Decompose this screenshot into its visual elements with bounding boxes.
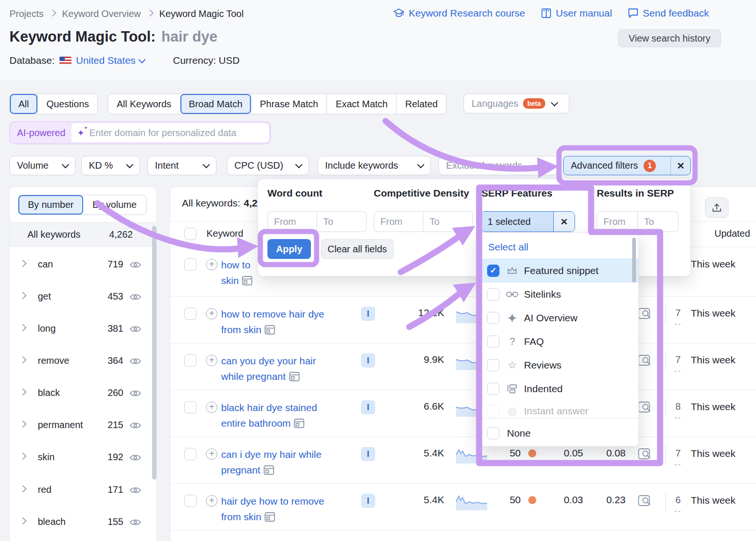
group-row-get[interactable]: get453 [10,280,153,312]
keyword-link[interactable]: can i dye my hair whilepregnant [221,447,321,479]
table-row[interactable]: + how to remove hair dyefrom skin I 12.1… [170,297,756,343]
group-row-remove[interactable]: remove364 [10,344,153,377]
sidebar-scrollbar[interactable] [152,226,156,480]
eye-icon[interactable] [129,453,141,461]
results-count[interactable]: 7 [670,354,686,365]
group-row-permanent[interactable]: permanent215 [10,409,153,441]
apply-button[interactable]: Apply [267,239,311,259]
keyword-link[interactable]: hair dye how to removefrom skin [221,493,324,526]
group-row-long[interactable]: long381 [10,312,153,344]
row-checkbox[interactable] [184,448,197,460]
tab-all[interactable]: All [10,94,37,114]
word-count-to-input[interactable] [317,211,367,232]
view-search-history-button[interactable]: View search history [618,29,721,47]
domain-input[interactable] [88,127,263,139]
checkbox[interactable] [487,288,499,301]
keyword-research-course-link[interactable]: Keyword Research course [393,8,525,19]
checkbox[interactable] [487,335,499,348]
include-keywords-filter[interactable]: Include keywords [318,156,431,175]
languages-dropdown[interactable]: Languages beta [464,94,569,113]
eye-icon[interactable] [129,389,141,397]
add-keyword-icon[interactable]: + [206,355,217,366]
row-checkbox[interactable] [184,258,197,271]
column-header-keyword[interactable]: Keyword [206,228,243,239]
advanced-filters-button[interactable]: Advanced filters 1 ✕ [563,156,691,175]
database-value-dropdown[interactable]: United States [76,55,145,66]
group-row-red[interactable]: red171 [10,473,153,506]
table-row[interactable]: + hair dye how to removefrom skin I 5.4K… [170,484,756,531]
tab-broad-match[interactable]: Broad Match [180,94,251,114]
exclude-keywords-filter[interactable]: Exclude keywords [438,156,558,175]
close-icon[interactable]: ✕ [670,156,690,175]
option-indented[interactable]: Indented [479,377,638,401]
column-header-updated[interactable]: Updated [714,228,750,239]
table-row[interactable]: + can i dye my hair whilepregnant I 5.4K… [170,437,756,484]
group-row-can[interactable]: can719 [10,248,153,280]
group-row-black[interactable]: black260 [10,377,153,409]
breadcrumb-keyword-overview[interactable]: Keyword Overview [62,9,141,19]
tab-exact-match[interactable]: Exact Match [326,94,396,114]
keyword-link[interactable]: how to remove hair dyefrom skin [221,306,324,339]
results-from-input[interactable] [597,211,638,232]
table-row[interactable]: + black hair dye stainedentire bathroom … [170,390,756,437]
add-keyword-icon[interactable]: + [206,259,217,270]
select-all-checkbox[interactable] [184,228,197,240]
all-keywords-group-row[interactable]: All keywords 4,262 [10,222,155,247]
eye-icon[interactable] [129,325,141,333]
checkbox[interactable] [487,312,499,324]
option-ai-overview[interactable]: AI Overview [479,306,638,330]
results-count[interactable]: 6 [670,495,686,506]
serp-preview-icon[interactable] [638,494,652,509]
option-reviews[interactable]: ☆ Reviews [479,353,638,377]
add-keyword-icon[interactable]: + [206,402,217,413]
select-all-link[interactable]: Select all [488,237,528,258]
sort-by-volume-button[interactable]: By volume [83,195,146,215]
group-row-bleach[interactable]: bleach155 [10,506,153,538]
results-count[interactable]: 7 [670,448,686,459]
cpc-filter[interactable]: CPC (USD) [227,156,309,175]
row-checkbox[interactable] [184,354,197,367]
eye-icon[interactable] [129,518,141,526]
serp-preview-icon[interactable] [638,401,652,416]
checkbox[interactable] [487,359,499,371]
tab-phrase-match[interactable]: Phrase Match [251,94,326,114]
word-count-from-input[interactable] [267,211,317,232]
add-keyword-icon[interactable]: + [206,448,217,460]
add-keyword-icon[interactable]: + [206,308,217,319]
competitive-density-to-input[interactable] [423,211,473,232]
results-to-input[interactable] [638,211,679,232]
option-faq[interactable]: ? FAQ [479,330,638,353]
option-sitelinks[interactable]: Sitelinks [479,283,638,306]
user-manual-link[interactable]: User manual [541,8,612,19]
dropdown-scrollbar[interactable] [632,238,636,283]
eye-icon[interactable] [129,421,141,429]
eye-icon[interactable] [129,486,141,494]
checkbox[interactable] [487,427,499,439]
eye-icon[interactable] [129,260,141,268]
serp-preview-icon[interactable] [638,307,652,322]
row-checkbox[interactable] [184,308,197,320]
export-button[interactable] [705,198,729,218]
add-keyword-icon[interactable]: + [206,495,217,507]
competitive-density-from-input[interactable] [374,211,423,232]
serp-preview-icon[interactable] [638,447,652,463]
clear-all-fields-button[interactable]: Clear all fields [321,239,394,259]
option-none[interactable]: None [479,421,638,446]
keyword-link[interactable]: black hair dye stainedentire bathroom [221,400,317,432]
tab-questions[interactable]: Questions [37,94,97,114]
keyword-link[interactable]: can you dye your hairwhile pregnant [221,353,316,386]
sort-by-number-button[interactable]: By number [18,195,83,215]
tab-all-keywords[interactable]: All Keywords [108,94,180,114]
eye-icon[interactable] [129,357,141,365]
checkbox[interactable] [487,383,499,395]
checkbox[interactable] [487,405,499,417]
results-count[interactable]: 7 [670,308,686,318]
row-checkbox[interactable] [184,401,197,413]
intent-filter[interactable]: Intent [147,156,216,175]
row-checkbox[interactable] [184,495,197,507]
results-count[interactable]: 8 [670,401,686,412]
tab-related[interactable]: Related [396,94,446,114]
serp-features-select[interactable]: 1 selected ✕ [481,211,575,232]
eye-icon[interactable] [129,292,141,301]
keyword-link[interactable]: how toskin [221,257,252,290]
